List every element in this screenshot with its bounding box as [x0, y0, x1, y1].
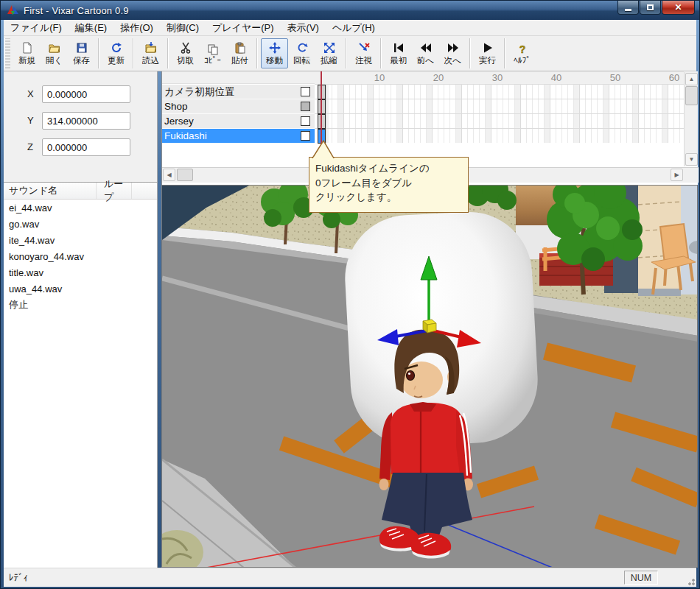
track-checkbox[interactable] — [301, 102, 310, 111]
character-left-hand — [379, 479, 389, 490]
sound-name-column-header[interactable]: サウンド名 — [4, 183, 97, 199]
rotate-icon — [296, 42, 308, 54]
viewport-3d[interactable] — [161, 185, 698, 568]
sound-list-item[interactable]: uwa_44.wav — [4, 281, 157, 297]
toolbar-button-label: 貼付 — [231, 55, 248, 66]
character-eye — [407, 371, 415, 381]
next-button[interactable]: 次へ — [439, 38, 466, 68]
track-checkbox[interactable] — [301, 87, 310, 96]
menu-item-file[interactable]: ファイル(F) — [4, 20, 69, 36]
toolbar-group: 実行 — [472, 36, 503, 71]
paste-button[interactable]: 貼付 — [226, 38, 253, 68]
sound-list-item[interactable]: ite_44.wav — [4, 232, 157, 248]
scroll-left-button[interactable]: ◀ — [163, 169, 175, 181]
first-button[interactable]: 最初 — [385, 38, 412, 68]
toolbar-button-label: 回転 — [293, 55, 310, 66]
title-bar[interactable]: First - Vixar Cartoon 0.9 ✕ — [1, 1, 699, 20]
horizontal-scroll-thumb[interactable] — [177, 169, 193, 181]
gizmo-center-handle[interactable] — [423, 320, 436, 333]
toolbar-separator — [380, 38, 382, 68]
timeline-vertical-scrollbar[interactable]: ▲ ▼ — [684, 72, 698, 166]
load-button[interactable]: 読込 — [137, 38, 164, 68]
balloon-arrow — [311, 140, 340, 158]
sound-list-item[interactable]: konoyaro_44.wav — [4, 248, 157, 264]
coord-label-x: X — [27, 88, 34, 99]
help-button[interactable]: ?ﾍﾙﾌﾟ — [508, 38, 536, 68]
timeline-grid[interactable]: 102030405060 — [315, 71, 684, 166]
app-logo-icon — [7, 4, 19, 16]
new-document-icon — [21, 42, 33, 54]
toolbar-button-label: ｺﾋﾟｰ — [204, 56, 221, 65]
toolbar-separator — [98, 38, 99, 68]
open-button[interactable]: 開く — [41, 38, 68, 68]
sound-list-item[interactable]: title.wav — [4, 264, 157, 281]
timeline-track-3[interactable]: Jersey — [162, 114, 315, 129]
sound-loop-column-header[interactable]: ループ — [97, 183, 132, 199]
toolbar-grip[interactable] — [4, 38, 10, 68]
balloon-line-1: Fukidashiタイムラインの — [315, 161, 462, 176]
num-lock-indicator: NUM — [624, 571, 658, 585]
menu-item-control[interactable]: 制御(C) — [160, 20, 206, 36]
ruler-label-20: 20 — [433, 72, 444, 83]
move-button[interactable]: 移動 — [261, 38, 288, 68]
resize-grip[interactable] — [685, 576, 696, 586]
close-button[interactable]: ✕ — [662, 1, 695, 15]
scroll-down-button[interactable]: ▼ — [685, 153, 698, 166]
run-button[interactable]: 実行 — [474, 38, 501, 68]
toolbar-separator — [346, 38, 347, 68]
sound-list-item[interactable]: 停止 — [4, 297, 157, 313]
sound-list-item[interactable]: ei_44.wav — [4, 200, 157, 216]
sound-list-header: サウンド名 ループ — [4, 183, 157, 200]
prev-button[interactable]: 前へ — [412, 38, 439, 68]
vertical-scroll-thumb[interactable] — [685, 86, 698, 105]
track-checkbox[interactable] — [301, 131, 310, 141]
lookat-button[interactable]: 注視 — [350, 38, 377, 68]
sound-list-item[interactable]: go.wav — [4, 216, 157, 232]
coord-input-y[interactable] — [42, 112, 130, 130]
move-arrows-icon — [269, 42, 281, 54]
menu-item-operation[interactable]: 操作(O) — [113, 20, 160, 36]
track-name-label: Jersey — [162, 116, 301, 127]
ruler-label-40: 40 — [551, 72, 561, 83]
menu-item-view[interactable]: 表示(V) — [281, 20, 326, 36]
cut-button[interactable]: 切取 — [172, 38, 199, 68]
help-icon: ? — [517, 43, 528, 55]
coord-row-y: Y — [4, 112, 157, 130]
ruler-label-10: 10 — [374, 72, 385, 83]
coord-input-z[interactable] — [42, 138, 130, 156]
scroll-up-button[interactable]: ▲ — [685, 73, 698, 85]
toolbar-button-label: 注視 — [355, 55, 372, 66]
track-checkbox[interactable] — [301, 116, 310, 126]
timeline-track-1[interactable]: カメラ初期位置 — [162, 85, 315, 99]
scroll-right-button[interactable]: ▶ — [671, 169, 683, 181]
update-button[interactable]: 更新 — [102, 38, 130, 68]
status-bar: ﾚﾃﾞｨ NUM — [4, 568, 696, 587]
new-button[interactable]: 新規 — [13, 38, 41, 68]
coord-input-x[interactable] — [42, 85, 130, 103]
toolbar-separator — [256, 38, 258, 68]
next-frame-icon — [447, 42, 459, 54]
timeline-track-list: カメラ初期位置ShopJerseyFukidashi — [162, 71, 315, 167]
pillar-base — [638, 289, 681, 296]
sound-list-panel: サウンド名 ループ ei_44.wavgo.wavite_44.wavkonoy… — [4, 182, 158, 568]
timeline-track-4[interactable]: Fukidashi — [162, 129, 315, 144]
minimize-button[interactable] — [617, 1, 639, 15]
character-jacket — [391, 403, 465, 474]
ruler-label-30: 30 — [492, 72, 503, 83]
save-button[interactable]: 保存 — [68, 38, 95, 68]
copy-icon — [207, 43, 219, 55]
toolbar-group: 最初前へ次へ — [382, 36, 469, 71]
ruler-label-60: 60 — [669, 72, 679, 83]
paste-clipboard-icon — [234, 42, 246, 54]
menu-item-player[interactable]: プレイヤー(P) — [206, 20, 281, 36]
application-window: First - Vixar Cartoon 0.9 ✕ ファイル(F)編集(E)… — [0, 0, 700, 589]
timeline-frames-area[interactable] — [315, 84, 684, 143]
rotate-button[interactable]: 回転 — [288, 38, 315, 68]
timeline-track-2[interactable]: Shop — [162, 99, 315, 114]
menu-item-edit[interactable]: 編集(E) — [69, 20, 113, 36]
copy-button[interactable]: ｺﾋﾟｰ — [199, 38, 226, 68]
menu-item-help[interactable]: ヘルプ(H) — [326, 20, 382, 36]
buildings-right — [516, 186, 698, 296]
scale-button[interactable]: 拡縮 — [315, 38, 343, 68]
maximize-button[interactable] — [640, 1, 661, 15]
